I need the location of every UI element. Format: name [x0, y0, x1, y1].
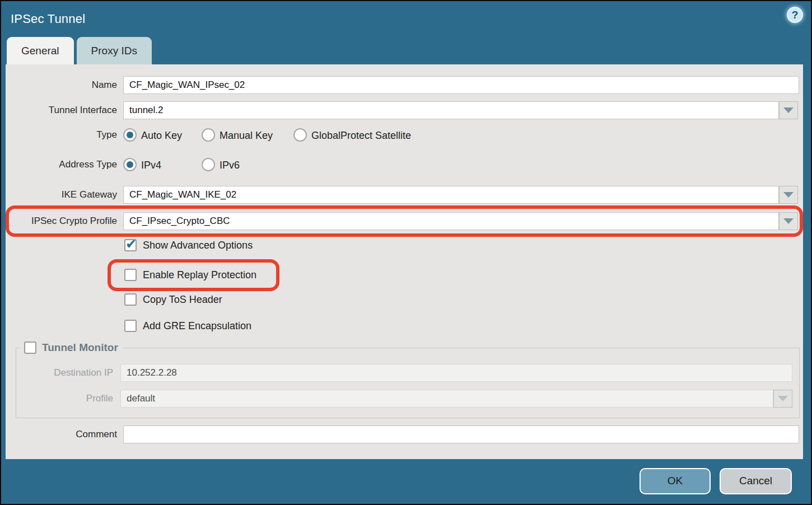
radio-ipv4[interactable]	[123, 158, 137, 171]
tab-general-label: General	[21, 45, 59, 57]
radio-ipv6-label: IPv6	[220, 158, 240, 172]
add-gre-encapsulation-checkbox[interactable]	[124, 320, 137, 332]
dialog-title: IPSec Tunnel	[11, 12, 85, 26]
chevron-down-icon	[783, 192, 794, 198]
dialog-titlebar: IPSec Tunnel	[1, 1, 811, 37]
tab-proxy-ids[interactable]: Proxy IDs	[77, 37, 152, 64]
ipsec-crypto-profile-input[interactable]	[123, 212, 779, 230]
enable-replay-protection-checkbox[interactable]	[124, 269, 137, 281]
chevron-down-icon	[778, 396, 788, 401]
destination-ip-label: Destination IP	[6, 364, 113, 382]
tab-bar: General Proxy IDs	[1, 37, 811, 64]
address-type-label: Address Type	[6, 157, 117, 172]
add-gre-encapsulation-label: Add GRE Encapsulation	[143, 319, 251, 333]
profile-dropdown-button	[773, 390, 792, 408]
comment-input[interactable]	[123, 425, 799, 443]
ok-button[interactable]: OK	[640, 468, 711, 494]
radio-manual-key-label: Manual Key	[220, 128, 273, 143]
profile-input	[120, 390, 773, 408]
profile-label: Profile	[6, 390, 113, 408]
radio-ipv6[interactable]	[202, 158, 215, 171]
tab-proxy-ids-label: Proxy IDs	[91, 45, 137, 57]
ipsec-crypto-profile-dropdown-button[interactable]	[779, 212, 798, 230]
radio-globalprotect-satellite-label: GlobalProtect Satellite	[311, 128, 411, 143]
radio-auto-key-label: Auto Key	[141, 128, 182, 143]
ike-gateway-dropdown-button[interactable]	[779, 186, 798, 204]
radio-manual-key[interactable]	[202, 128, 215, 142]
tunnel-interface-dropdown-button[interactable]	[779, 101, 798, 119]
radio-auto-key[interactable]	[123, 128, 137, 142]
copy-tos-header-label: Copy ToS Header	[143, 292, 222, 307]
ipsec-crypto-profile-label: IPSec Crypto Profile	[6, 212, 117, 230]
ike-gateway-label: IKE Gateway	[6, 186, 117, 204]
comment-label: Comment	[6, 425, 117, 443]
tunnel-monitor-checkbox[interactable]	[24, 342, 36, 354]
cancel-button[interactable]: Cancel	[720, 468, 792, 494]
help-glyph: ?	[792, 9, 799, 21]
radio-ipv4-label: IPv4	[141, 158, 161, 172]
show-advanced-options-checkbox[interactable]	[124, 239, 137, 251]
ike-gateway-input[interactable]	[123, 186, 779, 204]
tunnel-interface-label: Tunnel Interface	[6, 101, 117, 119]
tunnel-interface-input[interactable]	[123, 101, 779, 119]
destination-ip-input	[120, 364, 792, 382]
general-tab-panel: Name Tunnel Interface Type Auto Key Manu…	[6, 64, 803, 459]
tab-general[interactable]: General	[7, 37, 74, 64]
name-label: Name	[6, 76, 117, 94]
show-advanced-options-label: Show Advanced Options	[143, 238, 253, 252]
chevron-down-icon	[783, 218, 794, 224]
enable-replay-protection-label: Enable Replay Protection	[143, 268, 256, 282]
dialog-footer: OK Cancel	[1, 458, 811, 504]
copy-tos-header-checkbox[interactable]	[124, 293, 137, 306]
tunnel-monitor-legend: Tunnel Monitor	[20, 342, 123, 354]
type-label: Type	[6, 128, 117, 142]
radio-globalprotect-satellite[interactable]	[293, 128, 307, 142]
tunnel-monitor-label: Tunnel Monitor	[42, 342, 118, 354]
ipsec-tunnel-dialog: IPSec Tunnel ? General Proxy IDs Name Tu…	[0, 0, 812, 505]
chevron-down-icon	[783, 107, 794, 113]
help-icon[interactable]: ?	[787, 7, 803, 23]
name-input[interactable]	[123, 76, 799, 94]
